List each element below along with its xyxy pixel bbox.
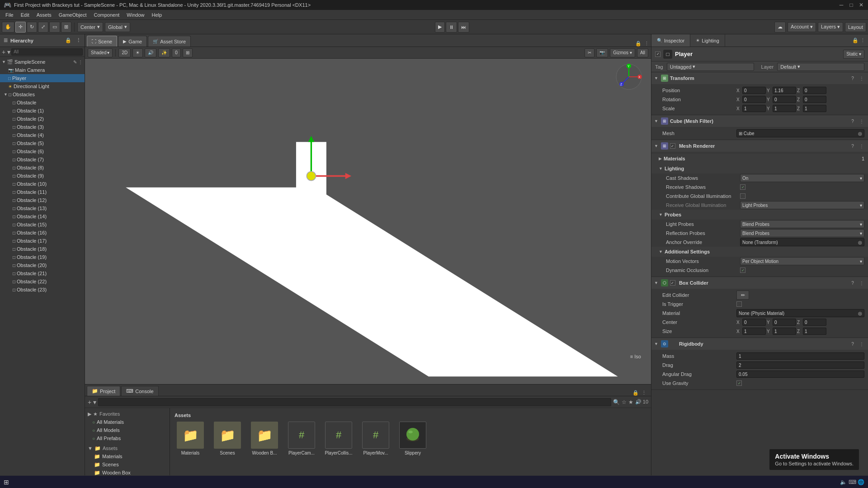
menu-component[interactable]: Component (90, 11, 123, 19)
static-dropdown[interactable]: Static ▾ (843, 50, 864, 59)
hierarchy-item-obstacle12[interactable]: □Obstacle (12) (0, 196, 85, 204)
hierarchy-item-obstacle9[interactable]: □Obstacle (9) (0, 172, 85, 180)
hierarchy-item-obstacle19[interactable]: □Obstacle (19) (0, 253, 85, 261)
meshrenderer-help-btn[interactable]: ? (849, 142, 856, 150)
pause-btn[interactable]: ⏸ (446, 22, 457, 33)
rotate-tool-btn[interactable]: ↻ (27, 22, 37, 33)
menu-edit[interactable]: Edit (17, 11, 33, 19)
hierarchy-item-obstacle22[interactable]: □Obstacle (22) (0, 277, 85, 286)
contribute-gi-checkbox[interactable]: □ (740, 193, 745, 199)
bottom-lock-icon[interactable]: 🔒 (632, 390, 639, 396)
asset-star-icon[interactable]: ☆ (622, 399, 627, 405)
transform-help-btn[interactable]: ? (849, 75, 856, 82)
hierarchy-item-obstacle8[interactable]: □Obstacle (8) (0, 164, 85, 172)
global-dropdown[interactable]: Global ▾ (105, 22, 130, 32)
cast-shadows-dropdown[interactable]: On ▾ (740, 174, 864, 182)
rot-z-field[interactable] (803, 96, 826, 103)
close-btn[interactable]: ✕ (858, 2, 864, 8)
scene-menu-icon[interactable]: ⋮ (644, 41, 649, 47)
scene-crop-icon[interactable]: ✂ (585, 48, 594, 57)
rot-y-field[interactable] (773, 96, 796, 103)
center-x-field[interactable] (742, 319, 766, 326)
size-y-field[interactable] (773, 328, 796, 335)
hierarchy-item-obstacle13[interactable]: □Obstacle (13) (0, 204, 85, 212)
scene-lock-icon[interactable]: 🔒 (635, 41, 642, 47)
pos-y-field[interactable] (773, 87, 796, 94)
rect-tool-btn[interactable]: ▭ (49, 22, 60, 33)
asset-playercollision-script[interactable]: # PlayerCollis... (323, 422, 354, 456)
asset-fav-icon[interactable]: ★ (628, 399, 633, 405)
asset-woodenbox-folder[interactable]: 📁 Wooden B... (249, 422, 280, 456)
asset-search-input[interactable] (98, 398, 611, 406)
bottom-menu-icon[interactable]: ⋮ (642, 390, 646, 396)
scene-stats-icons[interactable]: ⊞ (183, 48, 193, 57)
hierarchy-item-obstacle17[interactable]: □Obstacle (17) (0, 237, 85, 245)
hierarchy-item-obstacle15[interactable]: □Obstacle (15) (0, 221, 85, 229)
shading-dropdown[interactable]: Shaded ▾ (88, 48, 113, 57)
pos-z-field[interactable] (803, 87, 826, 94)
use-gravity-checkbox[interactable]: ✓ (736, 380, 742, 386)
tab-inspector[interactable]: 🔍 Inspector (651, 34, 690, 47)
fx-toggle[interactable]: ✨ (158, 48, 170, 57)
menu-file[interactable]: File (2, 11, 17, 19)
hierarchy-item-obstacle11[interactable]: □Obstacle (11) (0, 188, 85, 196)
hand-tool-btn[interactable]: ✋ (2, 22, 14, 33)
meshrenderer-active[interactable]: ✓ (670, 143, 675, 149)
is-trigger-checkbox[interactable]: □ (736, 301, 742, 307)
scale-x-field[interactable] (742, 105, 766, 112)
maximize-btn[interactable]: □ (848, 2, 854, 8)
scene-aspect-icon[interactable]: 📷 (596, 48, 608, 57)
dynamic-occlusion-checkbox[interactable]: ✓ (740, 267, 745, 273)
assets-tree-header[interactable]: ▼ 📁 Assets (85, 444, 170, 452)
asset-add-btn[interactable]: + (88, 399, 91, 406)
hierarchy-item-obstacle6[interactable]: □Obstacle (6) (0, 147, 85, 155)
all-dropdown[interactable]: All (637, 48, 648, 57)
menu-help[interactable]: Help (148, 11, 165, 19)
taskbar-start-icon[interactable]: ⊞ (4, 479, 9, 486)
materials-section-header[interactable]: ▶ Materials 1 (651, 154, 868, 164)
hierarchy-item-obstacle5[interactable]: □Obstacle (5) (0, 139, 85, 147)
pos-x-field[interactable] (742, 87, 766, 94)
meshfilter-settings-btn[interactable]: ⋮ (858, 117, 865, 125)
hierarchy-item-obstacles[interactable]: ▼ □ Obstacles (0, 90, 85, 99)
transform-tool-btn[interactable]: ⊞ (61, 22, 71, 33)
account-dropdown[interactable]: Account ▾ (788, 22, 816, 32)
boxcollider-header[interactable]: ▼ ⬡ ✓ Box Collider ? ⋮ (651, 277, 868, 289)
center-z-field[interactable] (803, 319, 826, 326)
audio-toggle[interactable]: 🔊 (145, 48, 156, 57)
hierarchy-item-obstacle4[interactable]: □Obstacle (4) (0, 131, 85, 139)
scale-y-field[interactable] (773, 105, 796, 112)
hierarchy-item-obstacle16[interactable]: □Obstacle (16) (0, 229, 85, 237)
gizmos-dropdown[interactable]: Gizmos ▾ (610, 48, 635, 57)
rigidbody-settings-btn[interactable]: ⋮ (858, 340, 865, 347)
hierarchy-item-obstacle23[interactable]: □Obstacle (23) (0, 286, 85, 294)
light-probes-dropdown[interactable]: Blend Probes ▾ (740, 220, 864, 228)
meshfilter-header[interactable]: ▼ ⊞ Cube (Mesh Filter) ? ⋮ (651, 115, 868, 127)
hierarchy-item-samplescene[interactable]: ▼ 🎬 SampleScene ✎ ⋮ (0, 58, 85, 66)
inspector-menu-icon[interactable]: ⋮ (860, 38, 865, 43)
hierarchy-item-obstacle[interactable]: □Obstacle (0, 99, 85, 107)
hierarchy-item-player[interactable]: □ Player (0, 74, 85, 82)
motion-vectors-dropdown[interactable]: Per Object Motion ▾ (740, 257, 864, 265)
scale-tool-btn[interactable]: ⤢ (38, 22, 48, 33)
hierarchy-item-maincamera[interactable]: 📷 Main Camera (0, 66, 85, 74)
meshrenderer-header[interactable]: ▼ ⊞ ✓ Mesh Renderer ? ⋮ (651, 140, 868, 152)
tab-scene[interactable]: ⛶ Scene (87, 36, 117, 47)
tab-game[interactable]: ▶ Game (118, 36, 147, 47)
search-icon[interactable]: 🔍 (613, 399, 620, 405)
scene-view[interactable]: Y X Z ≡ Iso (85, 59, 651, 384)
fav-header[interactable]: ▶ ★ Favorites (85, 410, 170, 418)
hierarchy-item-obstacle3[interactable]: □Obstacle (3) (0, 123, 85, 131)
menu-assets[interactable]: Assets (33, 11, 55, 19)
lighting-section-header[interactable]: ▼ Lighting (651, 164, 868, 174)
hierarchy-menu-icon[interactable]: ⋮ (76, 38, 81, 43)
hierarchy-item-dirlight[interactable]: ☀ Directional Light (0, 82, 85, 90)
fav-all-materials[interactable]: ○ All Materials (85, 418, 170, 426)
layers-dropdown[interactable]: Layers ▾ (818, 22, 843, 32)
menu-gameobject[interactable]: GameObject (55, 11, 90, 19)
scene-stats-0[interactable]: 0 (172, 48, 181, 57)
fav-all-prefabs[interactable]: ○ All Prefabs (85, 434, 170, 442)
hierarchy-search[interactable] (11, 48, 83, 56)
rot-x-field[interactable] (742, 96, 766, 103)
rigidbody-help-btn[interactable]: ? (849, 340, 856, 347)
